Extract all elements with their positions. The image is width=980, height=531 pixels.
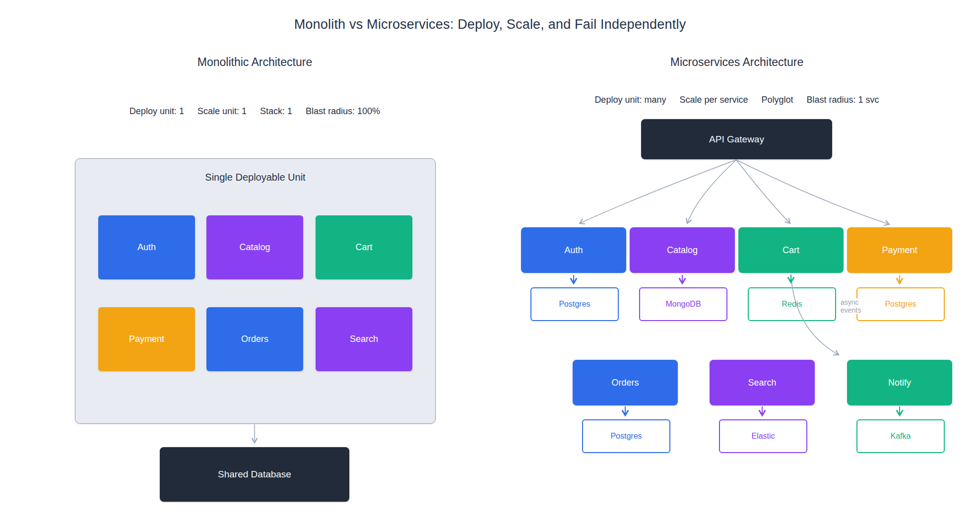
service-notify: Notify [847, 360, 952, 405]
arrow-gateway-to-auth [580, 160, 736, 223]
stat-item: Polyglot [762, 95, 793, 105]
service-orders: Orders [573, 360, 678, 405]
api-gateway-box: API Gateway [641, 119, 832, 159]
async-events-label: async events [841, 298, 868, 314]
module-payment: Payment [98, 307, 195, 371]
stat-item: Deploy unit: 1 [130, 106, 184, 117]
db-notify-kafka: Kafka [856, 419, 945, 453]
service-catalog: Catalog [630, 227, 735, 273]
stat-item: Blast radius: 1 svc [807, 95, 879, 105]
monolith-stats: Deploy unit: 1 Scale unit: 1 Stack: 1 Bl… [75, 106, 435, 117]
service-search: Search [710, 360, 815, 405]
arrow-gateway-to-catalog [687, 160, 736, 223]
db-catalog-mongodb: MongoDB [639, 287, 727, 321]
db-payment-postgres: Postgres [856, 287, 945, 321]
page-title: Monolith vs Microservices: Deploy, Scale… [0, 17, 980, 32]
stat-item: Scale per service [679, 95, 748, 105]
stat-item: Scale unit: 1 [197, 106, 247, 117]
service-payment: Payment [847, 227, 952, 273]
single-deployable-unit-panel: Single Deployable Unit Auth Catalog Cart… [75, 158, 436, 424]
stat-item: Blast radius: 100% [306, 106, 380, 117]
module-orders: Orders [206, 307, 303, 371]
stat-item: Deploy unit: many [594, 95, 666, 105]
microservices-heading: Microservices Architecture [521, 56, 953, 69]
module-catalog: Catalog [206, 215, 303, 279]
module-auth: Auth [98, 215, 195, 279]
service-cart: Cart [738, 227, 844, 273]
db-cart-redis: Redis [748, 287, 836, 321]
monolith-heading: Monolithic Architecture [75, 56, 435, 69]
shared-database-box: Shared Database [160, 447, 349, 502]
service-auth: Auth [521, 227, 626, 273]
stat-item: Stack: 1 [260, 106, 292, 117]
panel-label: Single Deployable Unit [75, 172, 435, 183]
microservices-stats: Deploy unit: many Scale per service Poly… [521, 95, 953, 105]
module-cart: Cart [316, 215, 412, 279]
arrow-gateway-to-cart [736, 160, 790, 223]
diagram-canvas: Monolith vs Microservices: Deploy, Scale… [0, 0, 980, 531]
db-search-elastic: Elastic [719, 419, 807, 453]
db-orders-postgres: Postgres [582, 419, 670, 453]
arrow-gateway-to-payment [736, 160, 889, 224]
module-search: Search [316, 307, 412, 371]
db-auth-postgres: Postgres [530, 287, 619, 321]
